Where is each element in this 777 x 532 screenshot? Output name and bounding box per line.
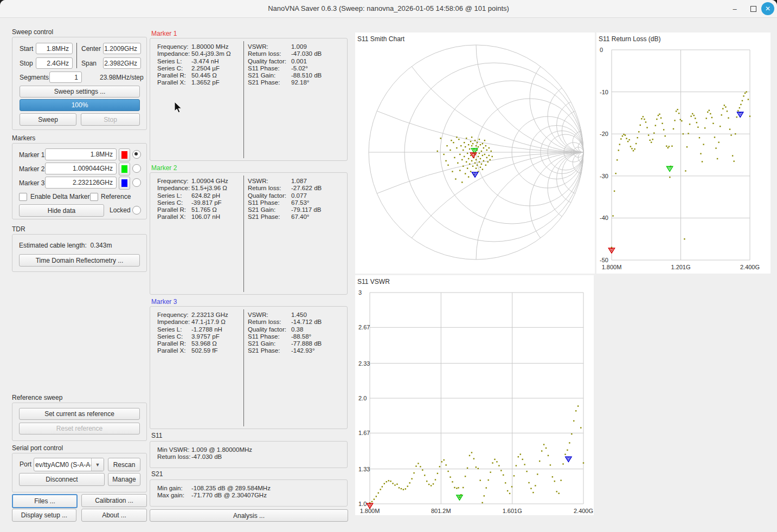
info-row: Quality factor:0.077 [248, 192, 322, 199]
segments-label: Segments [20, 74, 49, 81]
marker-panel-title-1: Marker 1 [151, 30, 177, 37]
marker-panel-title-2: Marker 2 [151, 164, 177, 172]
marker2-label: Marker 2 [19, 165, 44, 173]
marker-panel-1-divider [243, 41, 244, 158]
svg-text:0: 0 [600, 47, 603, 53]
info-row: Parallel X:1.3652 pF [157, 79, 231, 86]
marker3-color-swatch [121, 179, 127, 187]
svg-text:2.400G: 2.400G [574, 508, 593, 514]
info-row: Series C:-39.817 pF [157, 199, 228, 206]
marker-panel-2: Frequency:1.00904 GHzImpedance:51.5+j3.9… [150, 172, 348, 295]
info-row: S11 Phase:-88.58° [248, 333, 322, 340]
enable-delta-checkbox[interactable] [19, 193, 27, 201]
marker1-label: Marker 1 [19, 151, 44, 159]
span-input[interactable]: 2.3982GHz [103, 57, 141, 69]
tdr-title: TDR [12, 225, 25, 233]
sweep-settings-button[interactable]: Sweep settings ... [20, 86, 140, 98]
close-icon: ✕ [765, 5, 770, 12]
set-reference-button[interactable]: Set current as reference [19, 408, 140, 420]
port-combobox[interactable]: ev/ttyACM0 (S-A-A-2) ▼ [34, 458, 104, 471]
disconnect-button[interactable]: Disconnect [19, 473, 105, 486]
smith-chart-card[interactable]: S11 Smith Chart [355, 33, 595, 274]
stop-button[interactable]: Stop [81, 113, 140, 126]
marker-panel-3-divider [243, 309, 244, 426]
files-button[interactable]: Files ... [12, 494, 78, 508]
info-row: Series C:3.9757 pF [157, 333, 228, 340]
locked-radio[interactable] [132, 206, 141, 215]
marker2-color-button[interactable] [119, 163, 130, 176]
marker1-color-button[interactable] [119, 148, 130, 161]
calibration-button[interactable]: Calibration ... [81, 494, 147, 507]
sweep-button[interactable]: Sweep [20, 113, 76, 126]
s21-section-group: Min gain:-108.235 dB @ 289.584MHzMax gai… [150, 479, 348, 507]
info-row: VSWR:1.450 [248, 312, 322, 319]
info-row: Return loss:-14.712 dB [248, 319, 322, 326]
stop-input[interactable]: 2.4GHz [36, 57, 73, 69]
svg-text:-30: -30 [600, 173, 608, 179]
info-row: Return loss:-47.030 dB [157, 453, 252, 460]
manage-button[interactable]: Manage [108, 473, 140, 486]
vswr-chart-card[interactable]: 32.672.332.01.671.331.01.800M801.2M1.601… [355, 275, 594, 515]
reference-checkbox[interactable] [90, 193, 98, 201]
info-row: S21 Phase:-142.93° [248, 347, 322, 354]
marker3-freq-input[interactable]: 2.232126GHz [45, 177, 117, 189]
svg-text:2.400G: 2.400G [740, 264, 760, 270]
tdr-button[interactable]: Time Domain Reflectometry ... [19, 254, 140, 267]
info-row: VSWR:1.087 [248, 178, 322, 185]
center-input[interactable]: 1.2009GHz [103, 43, 141, 54]
svg-text:2.0: 2.0 [358, 395, 367, 401]
svg-text:-40: -40 [600, 215, 608, 221]
reference-label: Reference [101, 193, 131, 200]
close-button[interactable]: ✕ [761, 2, 774, 15]
sweep-control-title: Sweep control [12, 28, 53, 36]
about-button[interactable]: About ... [81, 509, 147, 522]
s21-section-title: S21 [151, 470, 163, 478]
cable-length-text: Estimated cable length: 0.343m [19, 242, 112, 249]
svg-text:S11 Smith Chart: S11 Smith Chart [357, 35, 405, 43]
center-label: Center [81, 45, 101, 53]
minimize-button[interactable]: – [729, 3, 741, 15]
return-loss-chart-card[interactable]: 0-10-20-30-40-501.800M1.201G2.400GS11 Re… [596, 33, 770, 274]
maximize-icon [750, 6, 756, 12]
segments-input[interactable]: 1 [49, 72, 82, 83]
info-row: Frequency:2.23213 GHz [157, 312, 228, 319]
marker2-color-swatch [121, 165, 127, 173]
marker-panel-3: Frequency:2.23213 GHzImpedance:47.1-j17.… [150, 306, 348, 429]
marker1-radio[interactable] [132, 150, 141, 159]
titlebar: NanoVNA Saver 0.6.3 (Sweep: nanovna_2026… [0, 0, 777, 18]
svg-text:2.67: 2.67 [358, 324, 370, 330]
analysis-button[interactable]: Analysis ... [150, 509, 348, 522]
info-row: Max gain:-71.770 dB @ 2.30407GHz [157, 492, 271, 499]
chevron-down-icon: ▼ [91, 458, 104, 471]
hide-data-button[interactable]: Hide data [19, 204, 104, 217]
info-row: S21 Gain:-77.888 dB [248, 340, 322, 347]
info-row: Quality factor:0.38 [248, 326, 322, 333]
reset-reference-button[interactable]: Reset reference [19, 423, 140, 434]
info-row: S21 Phase:92.18° [248, 79, 322, 86]
info-row: Parallel R:50.445 Ω [157, 72, 231, 79]
start-input[interactable]: 1.8MHz [36, 43, 73, 54]
cable-length-value: 0.343m [90, 242, 112, 249]
svg-text:1.0: 1.0 [358, 501, 367, 507]
sweep-divider [76, 43, 77, 68]
stop-label: Stop [20, 60, 33, 67]
svg-text:-50: -50 [600, 257, 608, 263]
marker2-radio[interactable] [132, 164, 141, 173]
info-row: Return loss:-47.030 dB [248, 50, 322, 57]
marker1-freq-input[interactable]: 1.8MHz [45, 148, 117, 160]
maximize-button[interactable] [747, 3, 759, 15]
info-row: Return loss:-27.622 dB [248, 185, 322, 192]
marker3-color-button[interactable] [119, 177, 130, 190]
start-label: Start [20, 45, 33, 53]
info-row: S11 Phase:-5.02° [248, 65, 322, 72]
info-row: Series C:2.2504 µF [157, 65, 231, 72]
s11-section-title: S11 [151, 432, 162, 439]
marker3-radio[interactable] [132, 178, 141, 187]
display-setup-button[interactable]: Display setup ... [12, 509, 76, 522]
svg-text:-10: -10 [600, 89, 608, 95]
s11-section-group: Min VSWR:1.009 @ 1.80000MHzReturn loss:-… [150, 441, 348, 468]
info-row: Min VSWR:1.009 @ 1.80000MHz [157, 446, 252, 453]
rescan-button[interactable]: Rescan [108, 458, 140, 471]
marker2-freq-input[interactable]: 1.009044GHz [45, 163, 117, 174]
info-row: Parallel R:53.968 Ω [157, 340, 228, 347]
